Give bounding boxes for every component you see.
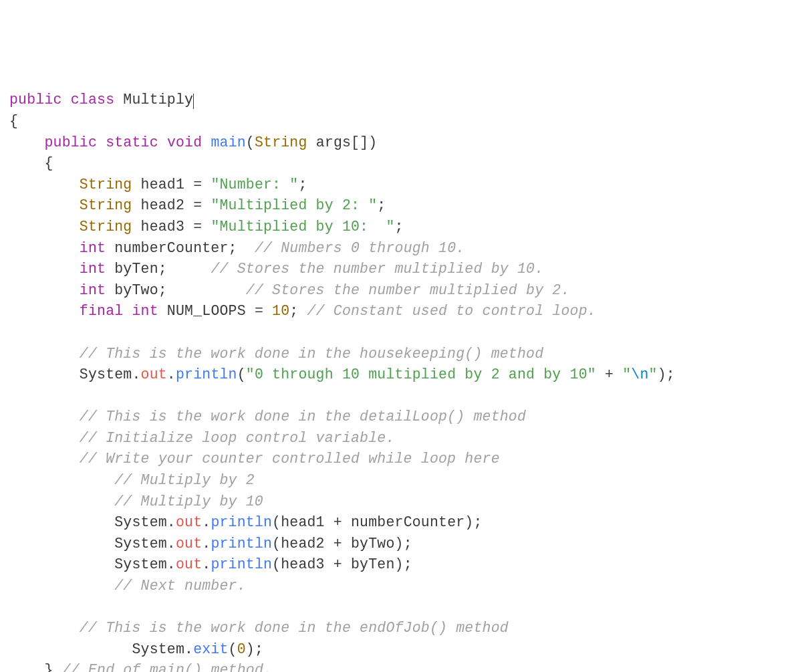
type-string: String [255, 134, 307, 150]
comment: // This is the work done in the housekee… [80, 346, 543, 362]
comment: // Next number. [114, 578, 246, 594]
comment: // This is the work done in the endOfJob… [80, 620, 509, 636]
dot: . [202, 514, 211, 530]
out-field: out [176, 514, 202, 530]
out-field: out [176, 536, 202, 552]
plus: + [596, 366, 622, 382]
comment: // Multiply by 10 [114, 493, 263, 510]
dot: . [202, 556, 211, 572]
comment: // Stores the number multiplied by 10. [211, 261, 543, 277]
system: System. [132, 641, 193, 657]
exit-call: exit [193, 641, 228, 657]
var-by-two: byTwo; [106, 282, 246, 298]
indent [9, 556, 114, 572]
indent [9, 578, 114, 594]
var-head1: head1 = [132, 177, 211, 193]
dot: . [202, 536, 211, 552]
indent [9, 134, 44, 150]
semi: ; [289, 303, 307, 319]
indent [9, 514, 114, 530]
println-call: println [211, 556, 272, 572]
escape-newline: \n [631, 366, 648, 382]
keyword-int: int [80, 261, 106, 277]
comment: // End of main() method. [62, 662, 272, 672]
semi: ; [298, 177, 307, 193]
dot: . [167, 366, 176, 382]
string-literal: "Multiplied by 2: " [211, 197, 377, 213]
paren: ); [658, 366, 675, 382]
keyword-int: int [80, 240, 106, 256]
system: System. [80, 366, 141, 382]
keyword-int: int [132, 303, 158, 319]
println-call: println [176, 366, 237, 382]
println-args: (head2 + byTwo); [272, 536, 412, 552]
indent [9, 641, 132, 657]
system: System. [114, 536, 176, 552]
system: System. [114, 514, 176, 530]
type-string: String [80, 219, 132, 235]
type-string: String [80, 177, 132, 193]
var-by-ten: byTen; [106, 261, 211, 277]
comment: // Write your counter controlled while l… [80, 451, 500, 467]
indent [9, 472, 114, 488]
comment: // Stores the number multiplied by 2. [246, 282, 570, 298]
indent [9, 430, 80, 446]
method-main: main [211, 134, 245, 150]
indent [9, 177, 80, 193]
string-quote: " [622, 366, 631, 382]
keyword-public: public [9, 92, 62, 108]
indent [9, 451, 80, 467]
println-call: println [211, 536, 272, 552]
out-field: out [141, 366, 167, 382]
system: System. [114, 556, 176, 572]
paren: ) [368, 134, 377, 150]
indent [9, 240, 80, 256]
comment: // This is the work done in the detailLo… [80, 409, 526, 425]
keyword-class: class [71, 92, 115, 108]
indent [9, 261, 80, 277]
param-args: args[] [307, 134, 369, 150]
indent [9, 409, 80, 425]
keyword-static: static [106, 134, 158, 150]
comment: // Numbers 0 through 10. [255, 240, 464, 256]
indent [9, 155, 44, 171]
indent [9, 303, 80, 319]
indent [9, 282, 80, 298]
code-editor[interactable]: public class Multiply { public static vo… [9, 90, 802, 672]
indent [9, 219, 80, 235]
const-num-loops: NUM_LOOPS = [158, 303, 272, 319]
paren: ( [246, 134, 255, 150]
brace-open: { [44, 155, 53, 171]
keyword-final: final [80, 303, 124, 319]
out-field: out [176, 556, 202, 572]
indent [9, 662, 44, 672]
var-head3: head3 = [132, 219, 211, 235]
paren: ( [229, 641, 237, 657]
comment: // Multiply by 2 [114, 472, 255, 488]
comment: // Constant used to control loop. [307, 303, 596, 319]
type-string: String [80, 197, 132, 213]
string-quote: " [649, 366, 658, 382]
println-args: (head1 + numberCounter); [272, 514, 482, 530]
number-literal: 10 [272, 303, 289, 319]
comment: // Initialize loop control variable. [80, 430, 395, 446]
string-literal: "Number: " [211, 177, 298, 193]
paren: ( [237, 366, 246, 382]
number-literal: 0 [237, 641, 246, 657]
paren: ); [246, 641, 263, 657]
var-head2: head2 = [132, 197, 211, 213]
keyword-void: void [167, 134, 202, 150]
brace-open: { [9, 113, 18, 129]
println-args: (head3 + byTen); [272, 556, 412, 572]
indent [9, 493, 114, 510]
class-name: Multiply [123, 92, 193, 108]
indent [9, 620, 80, 636]
semi: ; [377, 197, 386, 213]
string-literal: "Multiplied by 10: " [211, 219, 394, 235]
string-literal: "0 through 10 multiplied by 2 and by 10" [246, 366, 596, 382]
brace-close: } [44, 662, 61, 672]
var-number-counter: numberCounter; [106, 240, 255, 256]
indent [9, 366, 80, 382]
keyword-public: public [44, 134, 97, 150]
println-call: println [211, 514, 272, 530]
